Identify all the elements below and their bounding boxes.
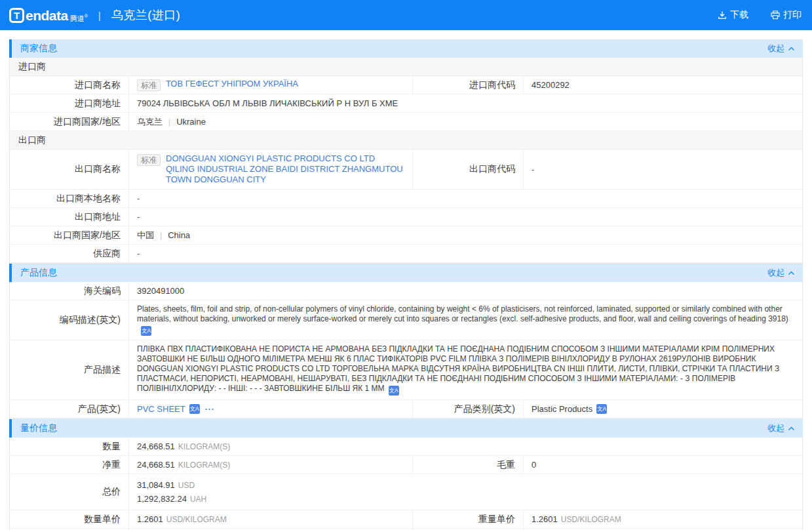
field-label-gross-weight: 毛重: [412, 456, 524, 474]
category-en-value: Plastic Products: [532, 404, 592, 415]
product-en-link[interactable]: PVC SHEET: [137, 404, 185, 415]
field-label-weight-unit-price: 重量单价: [412, 510, 524, 528]
field-label-category-en: 产品类别(英文): [412, 400, 524, 418]
chevron-up-icon: [788, 426, 795, 431]
print-button[interactable]: 打印: [771, 9, 802, 21]
row-qty-unit-price: 数量单价 1.2601 USD/KILOGRAM 重量单价 1.2601 USD…: [10, 510, 802, 529]
translate-icon[interactable]: 文A: [189, 404, 200, 414]
field-label-net-weight: 净重: [10, 456, 129, 474]
download-label: 下载: [730, 9, 748, 21]
exporter-group-header: 出口商: [10, 131, 802, 150]
product-table: 海关编码 3920491000 编码描述(英文) Plates, sheets,…: [9, 282, 803, 419]
importer-name-wrap: 标准 ТОВ ГЕФЕСТ УНІПРОМ УКРАЇНА: [137, 79, 298, 91]
tendata-logo[interactable]: T endata 腾道®: [9, 8, 88, 23]
exporter-name-wrap: 标准 DONGGUAN XIONGYI PLASTIC PRODUCTS CO …: [137, 153, 404, 185]
field-value-net-weight: 24,668.51 KILOGRAM(S): [129, 456, 412, 474]
field-value-qty-unit-price: 1.2601 USD/KILOGRAM: [129, 510, 412, 528]
field-label-exporter-name: 出口商名称: [10, 150, 129, 189]
supplier-value: -: [137, 249, 140, 258]
registered-mark: ®: [85, 14, 88, 18]
row-exporter-name: 出口商名称 标准 DONGGUAN XIONGYI PLASTIC PRODUC…: [10, 150, 802, 190]
exporter-local-name-value: -: [137, 194, 140, 203]
field-label-hs-code: 海关编码: [10, 282, 129, 300]
exporter-name-link[interactable]: DONGGUAN XIONGYI PLASTIC PRODUCTS CO LTD…: [166, 153, 404, 185]
logo-wordmark: endata: [26, 8, 68, 23]
field-value-exporter-name: 标准 DONGGUAN XIONGYI PLASTIC PRODUCTS CO …: [129, 150, 412, 189]
qty-unit-price-value: 1.2601: [137, 514, 163, 524]
field-value-importer-code: 45200292: [524, 76, 802, 94]
quantity-value: 24,668.51: [137, 441, 175, 451]
print-label: 打印: [783, 9, 802, 21]
merchant-section-title: 商家信息: [20, 43, 57, 54]
field-value-weight-unit-price: 1.2601 USD/KILOGRAM: [524, 510, 802, 528]
field-value-importer-address: 79024 ЛЬВІВСЬКА ОБЛ М ЛЬВІВ ЛИЧАКІВСЬКИЙ…: [129, 94, 802, 112]
row-exporter-address: 出口商地址 -: [10, 208, 802, 226]
logo-t-icon: T: [9, 8, 24, 23]
importer-group-header: 进口商: [10, 58, 802, 76]
download-button[interactable]: 下载: [718, 9, 748, 21]
field-label-product-description: 产品描述: [10, 340, 129, 399]
standard-badge: 标准: [137, 79, 161, 91]
qty-price-collapse-button[interactable]: 收起: [767, 422, 795, 434]
chevron-up-icon: [788, 271, 795, 275]
more-button[interactable]: ···: [205, 405, 215, 414]
total-price-stack: 31,084.91USD 1,292,832.24UAH: [137, 477, 206, 507]
translate-icon[interactable]: 文A: [141, 326, 151, 336]
field-label-total-price: 总价: [10, 474, 129, 510]
gross-weight-value: 0: [532, 460, 536, 470]
weight-unit-price-unit: USD/KILOGRAM: [561, 515, 621, 524]
field-value-total-price: 31,084.91USD 1,292,832.24UAH: [129, 474, 802, 510]
exporter-address-value: -: [137, 212, 140, 222]
importer-address-value: 79024 ЛЬВІВСЬКА ОБЛ М ЛЬВІВ ЛИЧАКІВСЬКИЙ…: [137, 98, 398, 109]
qty-price-section-title: 量价信息: [20, 422, 57, 434]
importer-name-link[interactable]: ТОВ ГЕФЕСТ УНІПРОМ УКРАЇНА: [166, 79, 298, 89]
product-description-text: ПЛІВКА ПВХ ПЛАСТИФІКОВАНА НЕ ПОРИСТА НЕ …: [137, 344, 794, 396]
row-hs-code: 海关编码 3920491000: [10, 282, 802, 300]
field-label-exporter-address: 出口商地址: [10, 208, 129, 226]
row-importer-address: 进口商地址 79024 ЛЬВІВСЬКА ОБЛ М ЛЬВІВ ЛИЧАКІ…: [10, 94, 802, 113]
row-supplier: 供应商 -: [10, 245, 802, 263]
field-value-exporter-address: -: [129, 208, 802, 226]
product-section-title: 产品信息: [20, 267, 57, 279]
topbar-left: T endata 腾道® | 乌克兰(进口): [9, 7, 180, 23]
field-value-product-description: ПЛІВКА ПВХ ПЛАСТИФІКОВАНА НЕ ПОРИСТА НЕ …: [129, 340, 802, 399]
download-icon: [718, 10, 727, 20]
translate-icon[interactable]: 文A: [389, 386, 399, 396]
logo-cn-text: 腾道®: [70, 12, 88, 23]
row-product-description: 产品描述 ПЛІВКА ПВХ ПЛАСТИФІКОВАНА НЕ ПОРИСТ…: [10, 340, 802, 400]
field-value-importer-country: 乌克兰 | Ukraine: [129, 113, 802, 131]
field-value-category-en: Plastic Products 文A: [524, 400, 802, 418]
hs-code-value: 3920491000: [137, 286, 184, 296]
field-value-hs-code: 3920491000: [129, 282, 802, 300]
translate-icon[interactable]: 文A: [596, 404, 607, 414]
field-label-hs-description: 编码描述(英文): [10, 300, 129, 340]
row-product-en: 产品(英文) PVC SHEET 文A ··· 产品类别(英文) Plastic…: [10, 400, 802, 418]
importer-country-en: Ukraine: [176, 117, 206, 127]
row-total-price: 总价 31,084.91USD 1,292,832.24UAH: [10, 474, 802, 510]
merchant-section-header: 商家信息 收起: [9, 39, 803, 58]
collapse-label: 收起: [767, 267, 784, 279]
product-collapse-button[interactable]: 收起: [767, 267, 795, 279]
title-separator: |: [98, 10, 101, 21]
section-product-info: 产品信息 收起 海关编码 3920491000 编码描述(英文) Plates,…: [9, 264, 803, 419]
merchant-table: 进口商 进口商名称 标准 ТОВ ГЕФЕСТ УНІПРОМ УКРАЇНА …: [9, 58, 803, 264]
field-label-exporter-country: 出口商国家/地区: [10, 226, 129, 244]
product-section-header: 产品信息 收起: [9, 264, 803, 282]
row-hs-description: 编码描述(英文) Plates, sheets, film, foil and …: [10, 300, 802, 340]
importer-country-cn: 乌克兰: [137, 116, 163, 128]
field-label-importer-address: 进口商地址: [10, 94, 129, 112]
total-price-uah: 1,292,832.24UAH: [137, 492, 206, 506]
field-value-product-en: PVC SHEET 文A ···: [129, 400, 412, 418]
weight-unit-price-value: 1.2601: [532, 514, 558, 524]
hs-description-text: Plates, sheets, film, foil and strip, of…: [137, 304, 794, 336]
standard-badge: 标准: [137, 154, 161, 166]
field-value-exporter-local-name: -: [129, 190, 802, 207]
country-separator: |: [168, 117, 170, 127]
row-exporter-local-name: 出口商本地名称 -: [10, 190, 802, 208]
main-content: 商家信息 收起 进口商 进口商名称 标准 ТОВ ГЕФЕСТ УНІПРОМ …: [9, 39, 803, 530]
qty-price-section-header: 量价信息 收起: [9, 419, 803, 438]
field-value-exporter-country: 中国 | China: [129, 226, 802, 244]
merchant-collapse-button[interactable]: 收起: [767, 43, 795, 54]
field-label-importer-code: 进口商代码: [412, 76, 524, 94]
field-value-importer-name: 标准 ТОВ ГЕФЕСТ УНІПРОМ УКРАЇНА: [129, 76, 412, 94]
